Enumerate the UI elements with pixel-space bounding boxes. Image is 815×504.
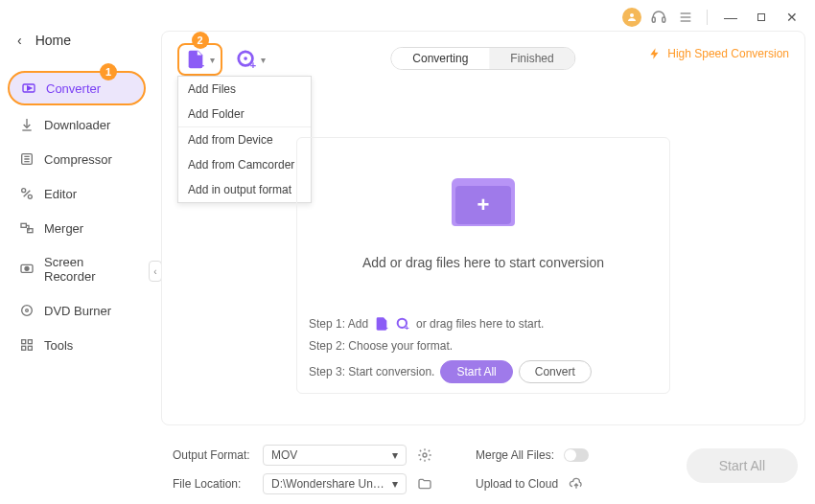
screen-recorder-icon [19,262,35,277]
back-icon: ‹ [17,33,22,48]
start-all-mini-button[interactable]: Start All [440,360,512,383]
cloud-upload-icon[interactable] [568,475,585,493]
svg-rect-12 [21,223,26,227]
divider [707,10,708,25]
callout-badge-2: 2 [192,32,209,49]
sidebar-collapse-handle[interactable]: ‹ [149,261,162,282]
add-file-mini-icon[interactable]: + [374,316,389,332]
sidebar-nav: Converter 1 Downloader Compressor Editor… [0,71,153,360]
caret-down-icon: ▾ [261,55,266,65]
svg-text:+: + [250,59,256,70]
svg-rect-20 [22,346,26,350]
merger-icon [19,220,35,236]
sidebar-item-screen-recorder[interactable]: Screen Recorder [8,247,146,291]
add-file-button[interactable]: + ▾ 2 [177,43,222,76]
caret-down-icon: ▾ [392,477,398,491]
step-2-text: Step 2: Choose your format. [309,339,453,353]
svg-point-15 [25,266,29,270]
svg-point-29 [423,453,427,457]
home-label: Home [35,33,71,48]
output-format-select[interactable]: MOV ▾ [263,445,407,466]
step-2: Step 2: Choose your format. [309,339,658,353]
step-3: Step 3: Start conversion. Start All Conv… [309,360,658,383]
add-disc-mini-icon[interactable]: + [395,316,410,332]
svg-point-10 [22,189,26,193]
dropzone-text: Add or drag files here to start conversi… [362,255,604,270]
sidebar-item-merger[interactable]: Merger [8,213,146,243]
sidebar-item-converter[interactable]: Converter 1 [8,71,146,105]
menu-icon[interactable] [676,8,695,27]
svg-rect-19 [28,340,32,344]
step-1-text-b: or drag files here to start. [416,317,544,331]
dropdown-add-from-camcorder[interactable]: Add from Camcorder [178,152,311,177]
sidebar-item-label: Compressor [44,152,112,167]
merge-label: Merge All Files: [476,448,554,462]
svg-text:+: + [405,324,409,332]
svg-marker-8 [28,86,32,90]
add-file-dropdown: Add Files Add Folder Add from Device Add… [177,76,312,203]
high-speed-label: High Speed Conversion [667,47,789,60]
editor-icon [19,186,35,201]
svg-point-16 [22,306,33,316]
upload-label: Upload to Cloud [476,477,558,491]
minimize-button[interactable]: — [719,6,742,29]
caret-down-icon: ▾ [392,448,398,462]
converter-icon [21,80,36,96]
settings-icon[interactable] [416,447,433,464]
sidebar-item-dvd-burner[interactable]: DVD Burner [8,295,146,326]
file-location-select[interactable]: D:\Wondershare UniConverter 1 ▾ [263,473,407,494]
sidebar-item-editor[interactable]: Editor [8,178,146,209]
dropdown-add-from-device[interactable]: Add from Device [178,127,311,152]
output-format-label: Output Format: [173,448,253,462]
add-file-icon: + [185,49,206,70]
svg-rect-6 [758,14,765,21]
dropzone[interactable]: + Add or drag files here to start conver… [296,137,670,394]
support-icon[interactable] [649,8,668,27]
window-titlebar: — ✕ [622,0,815,34]
maximize-button[interactable] [750,6,773,29]
sidebar-item-label: Downloader [44,118,110,132]
svg-text:+: + [384,324,388,332]
download-icon [19,117,35,132]
folder-illustration: + [426,165,541,241]
convert-mini-button[interactable]: Convert [519,360,592,383]
dvd-icon [19,303,35,318]
user-icon [626,11,638,23]
sidebar-item-label: Screen Recorder [44,255,134,284]
add-dvd-button[interactable]: + ▾ [236,49,266,70]
dropdown-add-output-format[interactable]: Add in output format [178,177,311,202]
start-all-button[interactable]: Start All [687,448,798,483]
caret-down-icon: ▾ [210,55,215,65]
close-button[interactable]: ✕ [780,6,803,29]
toolbar: + ▾ 2 + ▾ [177,43,266,76]
sidebar-item-label: Tools [44,338,73,353]
home-link[interactable]: ‹ Home [0,27,153,54]
merge-toggle[interactable] [564,448,589,462]
svg-text:+: + [198,59,204,70]
svg-point-11 [28,195,32,198]
dropdown-add-files[interactable]: Add Files [178,77,311,102]
sidebar-item-label: Converter [46,81,101,96]
main-panel: + ▾ 2 + ▾ Converting Finished High Speed… [161,31,805,425]
callout-badge-1: 1 [100,63,117,80]
svg-point-17 [26,309,29,312]
svg-rect-2 [663,17,665,22]
svg-point-0 [630,13,634,17]
sidebar-item-compressor[interactable]: Compressor [8,144,146,174]
tools-icon [19,337,35,353]
svg-point-24 [244,57,247,60]
tab-finished[interactable]: Finished [489,48,574,69]
add-disc-icon: + [236,49,257,70]
tab-converting[interactable]: Converting [391,48,489,69]
output-format-value: MOV [271,448,297,462]
plus-icon: + [477,193,490,218]
open-folder-icon[interactable] [416,475,433,493]
sidebar-item-downloader[interactable]: Downloader [8,109,146,140]
dropdown-add-folder[interactable]: Add Folder [178,102,311,126]
sidebar-item-label: Merger [44,221,83,236]
sidebar-item-tools[interactable]: Tools [8,330,146,360]
compressor-icon [19,151,35,167]
svg-rect-1 [652,17,655,22]
user-avatar[interactable] [622,8,641,27]
high-speed-conversion-button[interactable]: High Speed Conversion [648,47,789,60]
